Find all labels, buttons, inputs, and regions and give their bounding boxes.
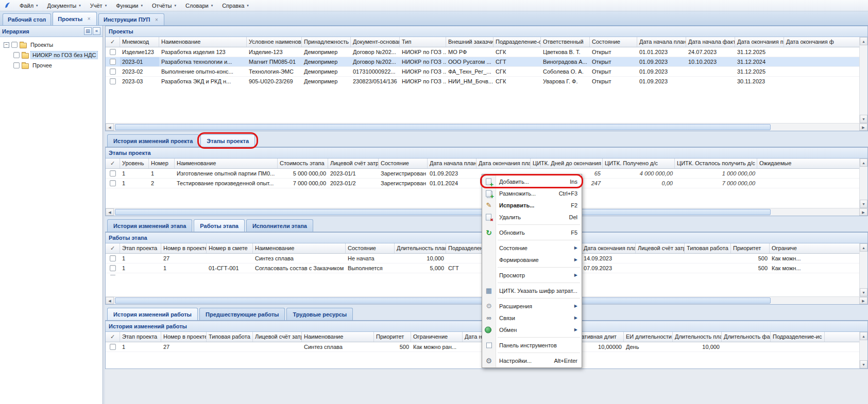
column-header[interactable]: Длительность фак [722, 332, 771, 342]
column-header[interactable]: ✓ [106, 37, 120, 47]
tab-stage-history[interactable]: История изменений этапа [107, 219, 192, 232]
scroll-up-icon[interactable]: ▲ [860, 332, 867, 340]
column-header[interactable]: Внешний заказчик [446, 37, 493, 47]
column-header[interactable]: Состояние [590, 37, 637, 47]
column-header[interactable]: Номер в проекте [161, 243, 207, 253]
tab-work-history[interactable]: История изменений работы [107, 308, 198, 320]
menu-item-extensions[interactable]: Расширения ▶ [482, 300, 582, 312]
menu-item-add[interactable]: Добавить... Ins [482, 175, 582, 187]
table-row[interactable]: 2023-01 Разработка технологии и... Магни… [106, 57, 859, 67]
scroll-down-icon[interactable]: ▼ [860, 288, 867, 296]
tab-stage-works[interactable]: Работы этапа [194, 219, 245, 232]
column-header[interactable]: Наименование [175, 159, 278, 168]
column-header[interactable]: Номер [149, 159, 175, 168]
hierarchy-settings-icon[interactable]: ▤ [84, 27, 92, 35]
column-header[interactable]: Наименование [253, 243, 346, 253]
column-header[interactable]: Дата начала план [428, 159, 476, 168]
column-header[interactable]: ЦИТК. Дней до окончания [531, 159, 603, 168]
menu-item-state[interactable]: Состояние ▶ [482, 242, 582, 254]
vertical-scrollbar[interactable]: ▲ ▼ [859, 243, 867, 296]
row-checkbox[interactable] [110, 265, 116, 271]
column-header[interactable]: Стоимость этапа [278, 159, 328, 168]
column-header[interactable]: Уровень [120, 159, 149, 168]
tree-item-niokr-goz[interactable]: НИОКР по ГОЗ без НДС [1, 50, 101, 60]
scrollbar-track[interactable] [860, 45, 867, 115]
column-header[interactable]: Ограничение [411, 332, 463, 342]
menu-item-exchange[interactable]: Обмен ▶ [482, 324, 582, 336]
table-row[interactable]: 2023-02 Выполнение опытно-конс... Технол… [106, 67, 859, 77]
column-header[interactable]: Тип [400, 37, 446, 47]
vertical-scrollbar[interactable]: ▲ ▼ [859, 37, 867, 123]
column-header[interactable]: Ответственный [541, 37, 590, 47]
column-header[interactable]: ✓ [106, 332, 120, 342]
column-header[interactable]: Состояние [346, 243, 395, 253]
table-row[interactable]: Изделие123 Разработка изделия 123 Издели… [106, 47, 859, 57]
column-header[interactable]: Дата окончания план [476, 159, 531, 168]
tab-preceding-works[interactable]: Предшествующие работы [199, 308, 285, 320]
menu-dictionaries[interactable]: Словари▾ [181, 1, 217, 10]
tab-instructions-pup[interactable]: Инструкции ПУП [98, 13, 164, 25]
column-header[interactable]: Ожидаемые [757, 159, 859, 168]
column-header[interactable]: Ограниче [770, 243, 859, 253]
tree-checkbox[interactable] [11, 42, 18, 48]
tree-checkbox[interactable] [13, 62, 20, 68]
row-checkbox[interactable] [110, 49, 116, 55]
column-header[interactable]: Дата начала план. [637, 37, 686, 47]
horizontal-scrollbar[interactable]: ◀ ▶ [106, 123, 867, 131]
scroll-left-icon[interactable]: ◀ [106, 297, 114, 304]
column-header[interactable]: Мнемокод [120, 37, 159, 47]
column-header[interactable]: Наименование [302, 332, 374, 342]
column-header[interactable]: Лицевой счёт затрат [328, 159, 379, 168]
table-row[interactable]: 2023-03 Разработка ЭКД и РКД н... 905-U0… [106, 77, 859, 85]
menu-item-duplicate[interactable]: Размножить... Ctrl+F3 [482, 187, 582, 199]
scroll-up-icon[interactable]: ▲ [860, 37, 867, 45]
scrollbar-thumb[interactable] [115, 209, 771, 215]
menu-item-refresh[interactable]: Обновить F5 [482, 226, 582, 238]
vertical-scrollbar[interactable]: ▲ ▼ [859, 159, 867, 208]
tree-item-other[interactable]: Прочее [1, 60, 101, 71]
tab-projects[interactable]: Проекты [53, 12, 97, 25]
row-checkbox[interactable] [110, 344, 116, 350]
column-header-sorted[interactable]: Длительность план [395, 243, 446, 253]
column-header[interactable]: Приоритет [374, 332, 411, 342]
column-header[interactable]: ✓ [106, 159, 120, 168]
menu-documents[interactable]: Документы▾ [43, 1, 86, 10]
scrollbar-track[interactable] [860, 340, 867, 360]
scroll-right-icon[interactable]: ▶ [859, 124, 867, 131]
tab-project-history[interactable]: История изменений проекта [107, 134, 199, 147]
column-header[interactable]: Длительность пла [673, 332, 722, 342]
column-header[interactable]: Наименование [159, 37, 247, 47]
column-header[interactable]: Документ-основан [351, 37, 400, 47]
column-header[interactable]: Дата начала факт [686, 37, 735, 47]
column-header[interactable]: Типовая работа [207, 332, 253, 342]
row-checkbox[interactable] [110, 68, 116, 75]
menu-item-settings[interactable]: Настройки... Alt+Enter [482, 355, 582, 366]
scrollbar-track[interactable] [860, 167, 867, 200]
row-checkbox[interactable] [110, 255, 116, 261]
column-header[interactable]: Лицевой счёт затр [253, 332, 302, 342]
tab-desktop[interactable]: Рабочий стол [3, 13, 51, 25]
menu-item-delete[interactable]: Удалить Del [482, 211, 582, 223]
column-header[interactable]: Условное наименова [247, 37, 302, 47]
scroll-right-icon[interactable]: ▶ [859, 297, 867, 304]
scroll-left-icon[interactable]: ◀ [106, 208, 114, 216]
column-header[interactable]: Типовая работа [685, 243, 731, 253]
scrollbar-track[interactable] [114, 124, 859, 131]
scrollbar-track[interactable] [860, 252, 867, 288]
scroll-up-icon[interactable]: ▲ [860, 243, 867, 252]
scroll-down-icon[interactable]: ▼ [860, 360, 867, 368]
row-checkbox[interactable] [110, 170, 116, 177]
column-header[interactable]: Этап проекта [120, 332, 161, 342]
menu-item-formation[interactable]: Формирование ▶ [482, 254, 582, 266]
row-checkbox[interactable] [110, 78, 116, 84]
menu-item-toolbar-panel[interactable]: Панель инструментов [482, 339, 582, 351]
scroll-down-icon[interactable]: ▼ [860, 115, 867, 123]
tab-stage-executors[interactable]: Исполнители этапа [246, 219, 313, 232]
menu-item-view[interactable]: Просмотр ▶ [482, 269, 582, 281]
column-header[interactable]: Дата окончания пл [735, 37, 784, 47]
scrollbar-thumb[interactable] [115, 124, 771, 130]
scroll-down-icon[interactable]: ▼ [860, 200, 867, 208]
tree-item-projects[interactable]: Проекты [1, 40, 101, 50]
menu-accounting[interactable]: Учёт▾ [86, 1, 111, 10]
row-checkbox[interactable] [110, 59, 116, 65]
